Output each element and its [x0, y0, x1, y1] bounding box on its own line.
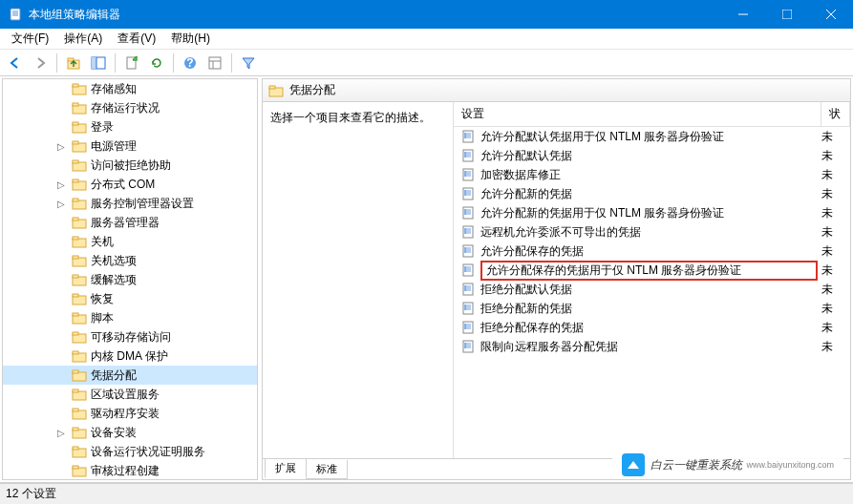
- list-row[interactable]: 远程机允许委派不可导出的凭据未: [454, 222, 850, 242]
- list-row[interactable]: 限制向远程服务器分配凭据未: [454, 337, 850, 356]
- expander-icon[interactable]: [54, 407, 68, 420]
- list-header[interactable]: 设置 状: [454, 102, 850, 127]
- tree-item[interactable]: 审核过程创建: [3, 461, 257, 480]
- svg-rect-91: [463, 207, 473, 219]
- column-state[interactable]: 状: [821, 102, 850, 126]
- folder-icon: [72, 425, 87, 440]
- list-row[interactable]: 拒绝分配保存的凭据未: [454, 318, 850, 337]
- tree-item[interactable]: 恢复: [3, 289, 257, 308]
- tree-item[interactable]: 设备运行状况证明服务: [3, 442, 257, 461]
- tree-item[interactable]: ▷服务控制管理器设置: [3, 194, 257, 213]
- expander-icon[interactable]: [54, 464, 68, 477]
- tree-item[interactable]: ▷设备安装: [3, 423, 257, 442]
- expander-icon[interactable]: ▷: [54, 139, 68, 153]
- tree-item[interactable]: 缓解选项: [3, 270, 257, 289]
- expander-icon[interactable]: [54, 235, 68, 248]
- svg-point-102: [464, 228, 466, 230]
- tree-item[interactable]: ▷分布式 COM: [3, 175, 257, 194]
- svg-rect-16: [209, 57, 221, 69]
- svg-rect-26: [73, 141, 78, 144]
- menu-bar: 文件(F) 操作(A) 查看(V) 帮助(H): [0, 29, 853, 50]
- expander-icon[interactable]: [54, 254, 68, 267]
- app-icon: [8, 7, 23, 22]
- forward-button[interactable]: [29, 52, 52, 74]
- tree-item[interactable]: 驱动程序安装: [3, 404, 257, 423]
- list-row[interactable]: 允许分配新的凭据用于仅 NTLM 服务器身份验证未: [454, 203, 850, 222]
- tree-item[interactable]: 服务器管理器: [3, 213, 257, 232]
- tree-item[interactable]: 内核 DMA 保护: [3, 346, 257, 366]
- show-hide-tree-button[interactable]: [87, 52, 110, 74]
- filter-button[interactable]: [237, 52, 260, 74]
- expander-icon[interactable]: ▷: [54, 197, 68, 210]
- svg-point-146: [464, 346, 466, 348]
- expander-icon[interactable]: [54, 120, 68, 134]
- list-row[interactable]: 允许分配默认凭据用于仅 NTLM 服务器身份验证未: [454, 127, 850, 146]
- expander-icon[interactable]: [54, 216, 68, 229]
- minimize-button[interactable]: [721, 0, 765, 29]
- tree-item[interactable]: 可移动存储访问: [3, 327, 257, 346]
- tab-extended[interactable]: 扩展: [265, 459, 307, 478]
- close-button[interactable]: [809, 0, 853, 29]
- svg-point-138: [464, 326, 466, 327]
- refresh-button[interactable]: [145, 52, 168, 74]
- svg-point-109: [464, 247, 466, 249]
- tree-item[interactable]: 关机: [3, 232, 257, 251]
- expander-icon[interactable]: [54, 349, 68, 363]
- expander-icon[interactable]: [54, 101, 68, 115]
- svg-rect-126: [463, 303, 473, 314]
- tree-item[interactable]: 凭据分配: [3, 366, 257, 385]
- menu-action[interactable]: 操作(A): [56, 29, 110, 49]
- expander-icon[interactable]: ▷: [54, 178, 68, 191]
- tree-item[interactable]: ▷电源管理: [3, 136, 257, 156]
- tree-item[interactable]: 存储感知: [3, 79, 257, 98]
- description-pane: 选择一个项目来查看它的描述。: [263, 102, 454, 458]
- expander-icon[interactable]: [54, 445, 68, 458]
- expander-icon[interactable]: [54, 158, 68, 172]
- svg-point-124: [464, 287, 466, 289]
- folder-icon: [72, 253, 87, 268]
- tree-item[interactable]: 登录: [3, 117, 257, 136]
- tree-pane[interactable]: 存储感知存储运行状况登录▷电源管理访问被拒绝协助▷分布式 COM▷服务控制管理器…: [2, 78, 258, 480]
- tab-standard[interactable]: 标准: [306, 460, 348, 479]
- up-button[interactable]: [62, 52, 85, 74]
- svg-rect-62: [269, 86, 275, 89]
- tree-item[interactable]: 脚本: [3, 308, 257, 327]
- tree-item-label: 凭据分配: [91, 368, 137, 384]
- expander-icon[interactable]: [54, 292, 68, 305]
- maximize-button[interactable]: [765, 0, 809, 29]
- list-row[interactable]: 允许分配默认凭据未: [454, 146, 850, 165]
- export-button[interactable]: [120, 52, 143, 74]
- expander-icon[interactable]: [54, 82, 68, 95]
- properties-button[interactable]: [203, 52, 226, 74]
- tree-item[interactable]: 访问被拒绝协助: [3, 156, 257, 175]
- tab-strip: 扩展 标准: [263, 458, 850, 479]
- list-row[interactable]: 允许分配新的凭据未: [454, 184, 850, 203]
- expander-icon[interactable]: [54, 388, 68, 401]
- help-button[interactable]: ?: [179, 52, 202, 74]
- list-row[interactable]: 加密数据库修正未: [454, 165, 850, 184]
- tree-item[interactable]: 关机选项: [3, 251, 257, 270]
- tree-item[interactable]: 存储运行状况: [3, 98, 257, 117]
- title-bar: 本地组策略编辑器: [0, 0, 853, 29]
- expander-icon[interactable]: [54, 311, 68, 325]
- column-setting[interactable]: 设置: [454, 102, 821, 126]
- list-row[interactable]: 允许分配保存的凭据用于仅 NTLM 服务器身份验证未: [454, 261, 850, 280]
- folder-icon: [72, 406, 87, 421]
- expander-icon[interactable]: [54, 368, 68, 382]
- expander-icon[interactable]: [54, 330, 68, 344]
- svg-rect-20: [73, 84, 78, 87]
- tree-item[interactable]: 区域设置服务: [3, 385, 257, 404]
- list-row[interactable]: 允许分配保存的凭据未: [454, 242, 850, 261]
- expander-icon[interactable]: ▷: [54, 426, 68, 439]
- setting-state: 未: [821, 129, 850, 145]
- back-button[interactable]: [4, 52, 27, 74]
- expander-icon[interactable]: [54, 273, 68, 286]
- list-row[interactable]: 拒绝分配新的凭据未: [454, 299, 850, 318]
- folder-icon: [72, 100, 87, 116]
- toolbar-separator: [115, 53, 116, 73]
- menu-file[interactable]: 文件(F): [4, 29, 56, 49]
- list-row[interactable]: 拒绝分配默认凭据未: [454, 280, 850, 299]
- menu-view[interactable]: 查看(V): [110, 29, 163, 49]
- svg-point-96: [464, 211, 466, 213]
- menu-help[interactable]: 帮助(H): [163, 29, 218, 49]
